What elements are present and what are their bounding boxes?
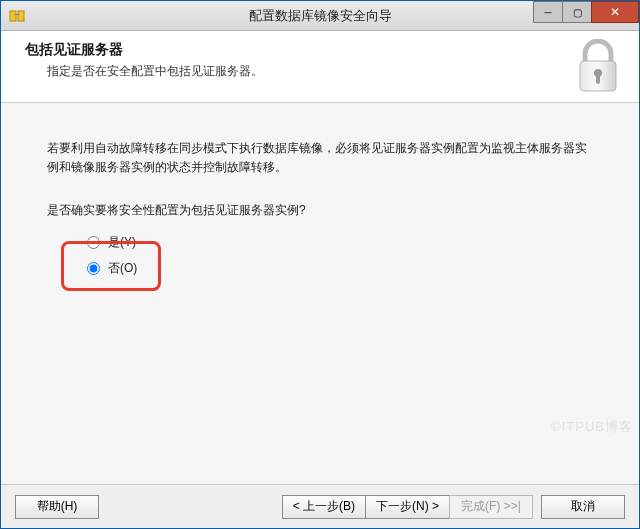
wizard-footer: 帮助(H) < 上一步(B) 下一步(N) > 完成(F) >>| 取消 — [1, 484, 639, 528]
cancel-button[interactable]: 取消 — [541, 495, 625, 519]
svg-rect-2 — [14, 14, 20, 15]
svg-rect-5 — [596, 75, 600, 84]
radio-no[interactable]: 否(O) — [87, 255, 593, 281]
window-controls: ─ ▢ ✕ — [534, 1, 639, 23]
finish-button: 完成(F) >>| — [449, 495, 533, 519]
radio-no-input[interactable] — [87, 262, 100, 275]
page-subtitle: 指定是否在安全配置中包括见证服务器。 — [47, 63, 621, 80]
watermark: ©ITPUB博客 — [551, 418, 633, 436]
help-button[interactable]: 帮助(H) — [15, 495, 99, 519]
wizard-window: 配置数据库镜像安全向导 ─ ▢ ✕ 包括见证服务器 指定是否在安全配置中包括见证… — [0, 0, 640, 529]
description-text: 若要利用自动故障转移在同步模式下执行数据库镜像，必须将见证服务器实例配置为监视主… — [47, 139, 593, 176]
radio-yes-label: 是(Y) — [108, 234, 136, 251]
maximize-button[interactable]: ▢ — [562, 1, 592, 23]
radio-yes[interactable]: 是(Y) — [87, 229, 593, 255]
minimize-button[interactable]: ─ — [533, 1, 563, 23]
window-title: 配置数据库镜像安全向导 — [249, 7, 392, 25]
wizard-header: 包括见证服务器 指定是否在安全配置中包括见证服务器。 — [1, 31, 639, 103]
svg-rect-1 — [18, 11, 24, 21]
svg-rect-0 — [10, 11, 16, 21]
radio-group: 是(Y) 否(O) — [47, 229, 593, 281]
content-area: 若要利用自动故障转移在同步模式下执行数据库镜像，必须将见证服务器实例配置为监视主… — [1, 103, 639, 484]
radio-no-label: 否(O) — [108, 260, 137, 277]
close-button[interactable]: ✕ — [591, 1, 639, 23]
app-icon — [9, 8, 25, 24]
nav-button-group: < 上一步(B) 下一步(N) > 完成(F) >>| — [283, 495, 533, 519]
next-button[interactable]: 下一步(N) > — [365, 495, 450, 519]
back-button[interactable]: < 上一步(B) — [282, 495, 366, 519]
page-title: 包括见证服务器 — [25, 41, 621, 59]
radio-yes-input[interactable] — [87, 236, 100, 249]
question-text: 是否确实要将安全性配置为包括见证服务器实例? — [47, 202, 593, 219]
lock-icon — [575, 39, 621, 95]
titlebar: 配置数据库镜像安全向导 ─ ▢ ✕ — [1, 1, 639, 31]
